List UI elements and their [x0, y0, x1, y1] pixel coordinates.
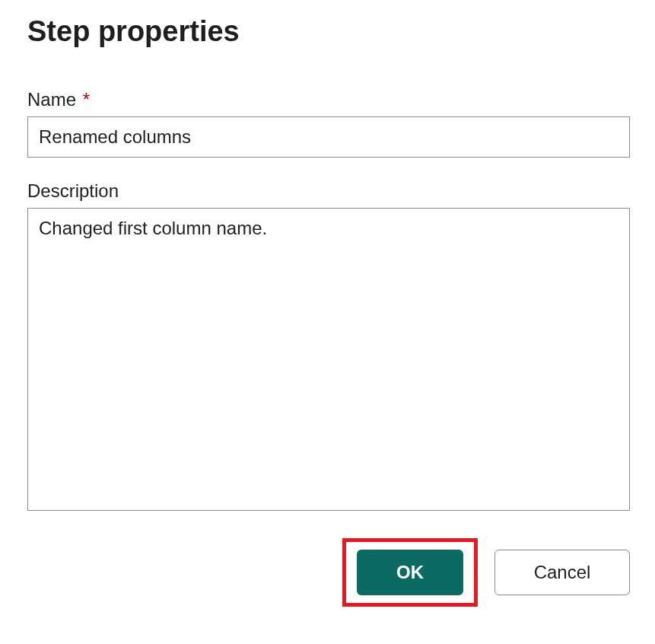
button-row: OK Cancel	[27, 538, 630, 607]
cancel-button[interactable]: Cancel	[494, 550, 630, 595]
step-properties-dialog: Step properties Name * Description OK Ca…	[0, 0, 655, 634]
ok-button[interactable]: OK	[357, 550, 463, 595]
name-label-text: Name	[27, 89, 76, 110]
description-label: Description	[27, 180, 628, 202]
dialog-title: Step properties	[27, 15, 628, 48]
required-indicator-icon: *	[83, 89, 90, 110]
description-field-group: Description	[27, 180, 628, 514]
name-label: Name *	[27, 89, 628, 110]
description-input[interactable]	[27, 208, 630, 511]
name-field-group: Name *	[27, 89, 628, 158]
name-input[interactable]	[27, 116, 630, 158]
ok-button-highlight: OK	[342, 538, 478, 607]
